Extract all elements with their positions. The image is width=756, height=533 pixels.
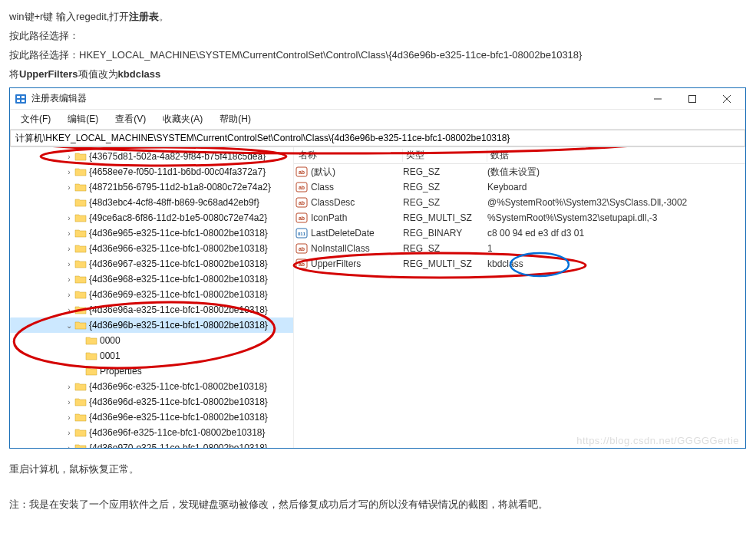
value-type: REG_BINARY — [403, 228, 487, 239]
folder-icon — [74, 258, 87, 269]
string-value-icon: ab — [294, 181, 309, 193]
value-name: IconPath — [309, 212, 403, 223]
chevron-right-icon[interactable]: › — [64, 444, 74, 449]
value-row[interactable]: abIconPathREG_MULTI_SZ%SystemRoot%\Syste… — [294, 210, 745, 225]
menu-help[interactable]: 帮助(H) — [216, 112, 254, 127]
value-name: UpperFilters — [309, 258, 403, 269]
chevron-right-icon[interactable]: › — [64, 398, 74, 406]
menu-view[interactable]: 查看(V) — [112, 112, 149, 127]
value-row[interactable]: abClassDescREG_SZ@%SystemRoot%\System32\… — [294, 195, 745, 210]
intro-text: 。 — [159, 11, 169, 22]
folder-icon — [74, 228, 87, 239]
tree-row[interactable]: ›{49ce6ac8-6f86-11d2-b1e5-0080c72e74a2} — [10, 210, 293, 225]
value-data: c8 00 94 ed e3 df d3 01 — [487, 228, 745, 239]
chevron-down-icon[interactable]: ⌄ — [64, 321, 74, 330]
tree-row[interactable]: {48d3ebc4-4cf8-48ff-b869-9c68ad42eb9f} — [10, 195, 293, 210]
svg-rect-0 — [15, 94, 26, 104]
tree-label: {4d36e967-e325-11ce-bfc1-08002be10318} — [89, 258, 268, 269]
chevron-right-icon[interactable]: › — [64, 413, 74, 422]
tree-label: {4d36e966-e325-11ce-bfc1-08002be10318} — [89, 243, 268, 254]
tree-row[interactable]: ›{4d36e96a-e325-11ce-bfc1-08002be10318} — [10, 302, 293, 317]
string-value-icon: ab — [294, 242, 309, 255]
column-header-name[interactable]: 名称 — [294, 149, 403, 162]
chevron-right-icon[interactable]: › — [64, 229, 74, 238]
close-button[interactable] — [709, 89, 744, 109]
tree-row[interactable]: ⌄{4d36e96b-e325-11ce-bfc1-08002be10318} — [10, 317, 293, 333]
tree-row[interactable]: ›{4658ee7e-f050-11d1-b6bd-00c04fa372a7} — [10, 164, 293, 179]
tree-row[interactable]: ›{4d36e96d-e325-11ce-bfc1-08002be10318} — [10, 394, 293, 410]
tree-row[interactable]: 0000 — [10, 333, 293, 348]
chevron-right-icon[interactable]: › — [64, 275, 74, 284]
outro-text: 重启计算机，鼠标恢复正常。 — [9, 461, 747, 478]
menu-edit[interactable]: 编辑(E) — [64, 112, 101, 127]
chevron-right-icon[interactable]: › — [64, 260, 74, 268]
menu-file[interactable]: 文件(F) — [18, 112, 54, 127]
string-value-icon: ab — [294, 196, 309, 209]
chevron-right-icon[interactable]: › — [64, 245, 74, 253]
tree-row[interactable]: ›{43675d81-502a-4a82-9f84-b75f418c5dea} — [10, 149, 293, 164]
svg-text:ab: ab — [299, 262, 305, 267]
note-text: 注：我是在安装了一个应用软件之后，发现键盘驱动被修改，然后修复成功后才写的所以没… — [9, 496, 747, 513]
tree-label: {4d36e96f-e325-11ce-bfc1-08002be10318} — [89, 427, 266, 438]
svg-text:ab: ab — [299, 246, 305, 252]
chevron-right-icon[interactable]: › — [64, 183, 74, 192]
values-pane: 名称 类型 数据 ab(默认)REG_SZ(数值未设置)abClassREG_S… — [294, 147, 745, 448]
value-type: REG_SZ — [403, 166, 487, 177]
window-title: 注册表编辑器 — [31, 92, 640, 105]
folder-icon — [74, 182, 87, 192]
tree-pane[interactable]: ›{43675d81-502a-4a82-9f84-b75f418c5dea}›… — [10, 147, 294, 448]
string-value-icon: ab — [294, 212, 309, 224]
svg-rect-6 — [688, 95, 695, 102]
folder-icon — [74, 443, 87, 448]
value-row[interactable]: ab(默认)REG_SZ(数值未设置) — [294, 164, 745, 179]
value-row[interactable]: 011LastDeleteDateREG_BINARYc8 00 94 ed e… — [294, 225, 745, 241]
value-row[interactable]: abNoInstallClassREG_SZ1 — [294, 241, 745, 256]
tree-row[interactable]: ›{4d36e96c-e325-11ce-bfc1-08002be10318} — [10, 379, 293, 394]
value-row[interactable]: abClassREG_SZKeyboard — [294, 179, 745, 195]
tree-row[interactable]: ›{48721b56-6795-11d2-b1a8-0080c72e74a2} — [10, 179, 293, 195]
tree-row[interactable]: ›{4d36e96f-e325-11ce-bfc1-08002be10318} — [10, 425, 293, 440]
chevron-right-icon[interactable]: › — [64, 168, 74, 176]
titlebar: 注册表编辑器 — [10, 88, 745, 110]
tree-label: {4658ee7e-f050-11d1-b6bd-00c04fa372a7} — [89, 166, 266, 177]
tree-row[interactable]: ›{4d36e96e-e325-11ce-bfc1-08002be10318} — [10, 410, 293, 425]
menu-favorites[interactable]: 收藏夹(A) — [160, 112, 206, 127]
tree-row[interactable]: ›{4d36e967-e325-11ce-bfc1-08002be10318} — [10, 256, 293, 271]
tree-row[interactable]: ›{4d36e969-e325-11ce-bfc1-08002be10318} — [10, 287, 293, 302]
minimize-button[interactable] — [640, 89, 675, 109]
string-value-icon: ab — [294, 258, 309, 270]
tree-row[interactable]: 0001 — [10, 348, 293, 364]
folder-icon — [74, 151, 87, 162]
intro-line-1: win键+r键 输入regedit,打开注册表。 — [9, 8, 747, 25]
tree-row[interactable]: Properties — [10, 364, 293, 379]
chevron-right-icon[interactable]: › — [64, 429, 74, 437]
intro-text: win键+r键 输入regedit,打开 — [9, 11, 129, 22]
folder-icon — [74, 396, 87, 407]
chevron-right-icon[interactable]: › — [64, 153, 74, 161]
column-header-data[interactable]: 数据 — [487, 149, 745, 162]
folder-icon — [85, 335, 97, 346]
tree-label: {4d36e96d-e325-11ce-bfc1-08002be10318} — [89, 396, 268, 407]
tree-label: {4d36e96b-e325-11ce-bfc1-08002be10318} — [89, 320, 268, 331]
tree-label: {4d36e968-e325-11ce-bfc1-08002be10318} — [89, 274, 268, 285]
svg-text:ab: ab — [299, 200, 305, 206]
folder-icon — [74, 381, 87, 392]
intro-line-3: 按此路径选择：HKEY_LOCAL_MACHINE\SYSTEM\Current… — [9, 47, 747, 64]
chevron-right-icon[interactable]: › — [64, 291, 74, 299]
folder-icon — [74, 243, 87, 254]
value-data: @%SystemRoot%\System32\SysClass.Dll,-300… — [487, 197, 745, 208]
maximize-button[interactable] — [675, 89, 709, 109]
tree-row[interactable]: ›{4d36e970-e325-11ce-bfc1-08002be10318} — [10, 440, 293, 448]
tree-row[interactable]: ›{4d36e968-e325-11ce-bfc1-08002be10318} — [10, 271, 293, 287]
value-row[interactable]: abUpperFiltersREG_MULTI_SZkbdclass — [294, 256, 745, 271]
chevron-right-icon[interactable]: › — [64, 383, 74, 391]
value-data: 1 — [487, 243, 745, 254]
chevron-right-icon[interactable]: › — [64, 214, 74, 222]
tree-row[interactable]: ›{4d36e965-e325-11ce-bfc1-08002be10318} — [10, 225, 293, 241]
chevron-right-icon[interactable]: › — [64, 306, 74, 314]
tree-label: {4d36e96c-e325-11ce-bfc1-08002be10318} — [89, 381, 267, 392]
address-input[interactable] — [10, 130, 745, 146]
column-header-type[interactable]: 类型 — [403, 149, 487, 162]
tree-row[interactable]: ›{4d36e966-e325-11ce-bfc1-08002be10318} — [10, 241, 293, 256]
regedit-window: 注册表编辑器 文件(F) 编辑(E) 查看(V) 收藏夹(A) 帮助(H) ›{… — [9, 87, 746, 449]
